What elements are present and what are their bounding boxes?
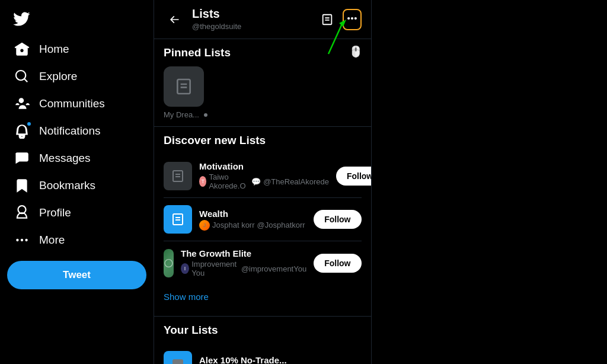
wealth-info: Wealth J Josphat korr @Josphatkorr <box>199 209 306 231</box>
list-thumb-icon <box>174 77 193 96</box>
new-list-icon <box>321 13 334 26</box>
sidebar-item-explore[interactable]: Explore <box>7 63 146 90</box>
wealth-name: Wealth <box>199 209 306 219</box>
list-item-wealth: Wealth J Josphat korr @Josphatkorr Follo… <box>164 198 362 241</box>
wealth-owner-handle: @Josphatkorr <box>257 221 305 229</box>
sidebar-item-notifications[interactable]: Notifications <box>7 117 146 145</box>
communities-label: Communities <box>39 97 105 110</box>
motivation-name: Motivation <box>199 161 329 171</box>
motivation-owner-handle: @TheRealAkorede <box>263 177 329 186</box>
pinned-lists-section: Pinned Lists My Drea... <box>154 39 371 127</box>
list-item-motivation: Motivation T Taiwo Akorede.O 💬 @TheRealA… <box>164 154 362 198</box>
twitter-logo[interactable] <box>7 5 36 33</box>
main-content: Lists @thegoldsuite � <box>154 0 372 364</box>
messages-icon <box>14 151 30 166</box>
header-actions <box>317 9 362 30</box>
motivation-owner-avatar: T <box>199 176 206 187</box>
growth-elite-owner-avatar: I <box>181 263 189 274</box>
sidebar-item-bookmarks[interactable]: Bookmarks <box>7 172 146 199</box>
more-options-button[interactable] <box>343 9 362 30</box>
page-subtitle: @thegoldsuite <box>192 22 241 31</box>
more-label: More <box>39 234 65 247</box>
wealth-thumb-icon <box>171 212 185 226</box>
speech-bubble-icon: 💬 <box>251 177 261 186</box>
wealth-owner: J Josphat korr @Josphatkorr <box>199 220 306 231</box>
your-list-name: Alex 10% No-Trade... <box>199 355 362 364</box>
header-left: Lists @thegoldsuite <box>164 7 241 31</box>
new-list-button[interactable] <box>317 9 338 30</box>
communities-icon <box>14 96 30 111</box>
more-options-icon <box>346 12 358 24</box>
growth-elite-info: The Growth Elite I Improvement You @impr… <box>181 248 306 277</box>
svg-point-3 <box>347 17 350 19</box>
sidebar-item-communities[interactable]: Communities <box>7 90 146 117</box>
growth-elite-owner: I Improvement You @improvementYou <box>181 260 306 277</box>
sidebar-item-messages[interactable]: Messages <box>7 145 146 172</box>
bookmarks-icon <box>14 178 30 193</box>
follow-button-growth-elite[interactable]: Follow <box>314 254 361 273</box>
motivation-owner-name: Taiwo Akorede.O <box>209 173 249 190</box>
explore-label: Explore <box>39 70 77 83</box>
show-more-link[interactable]: Show more <box>164 285 362 309</box>
svg-point-2 <box>25 239 27 241</box>
twitter-bird-icon <box>12 10 30 28</box>
right-panel <box>372 0 608 364</box>
pinned-list-name: My Drea... <box>164 110 199 119</box>
pinned-list-item[interactable]: My Drea... <box>164 66 217 119</box>
list-item-growth-elite: The Growth Elite I Improvement You @impr… <box>164 241 362 285</box>
sidebar-item-more[interactable]: More <box>7 226 146 254</box>
wealth-owner-avatar: J <box>199 220 210 231</box>
svg-point-5 <box>354 17 356 19</box>
page-title: Lists <box>192 7 241 21</box>
growth-elite-name: The Growth Elite <box>181 248 306 258</box>
your-list-icon <box>171 358 185 364</box>
more-icon <box>14 232 30 248</box>
sidebar: Home Explore Communities Notifications M… <box>0 0 154 364</box>
follow-button-wealth[interactable]: Follow <box>314 210 361 229</box>
notifications-badge <box>26 121 32 127</box>
your-lists-section: Your Lists Alex 10% No-Trade... 🔒 <box>154 317 371 364</box>
motivation-owner: T Taiwo Akorede.O 💬 @TheRealAkorede <box>199 173 329 190</box>
back-icon <box>168 14 180 25</box>
your-list-thumb <box>164 351 192 364</box>
home-label: Home <box>39 43 69 56</box>
your-list-info: Alex 10% No-Trade... 🔒 <box>199 355 362 364</box>
svg-point-1 <box>21 239 23 241</box>
profile-label: Profile <box>39 206 71 219</box>
page-header: Lists @thegoldsuite <box>154 0 371 39</box>
motivation-thumb-icon <box>171 169 185 183</box>
sidebar-item-home[interactable]: Home <box>7 36 146 63</box>
sidebar-item-profile[interactable]: Profile <box>7 199 146 226</box>
svg-point-0 <box>16 239 18 241</box>
messages-label: Messages <box>39 152 91 165</box>
follow-button-motivation[interactable]: Follow <box>336 167 372 186</box>
wealth-thumb <box>164 205 192 234</box>
content-area: Pinned Lists My Drea... Discover new Lis… <box>154 39 371 364</box>
growth-elite-thumb <box>164 249 174 277</box>
back-button[interactable] <box>164 9 185 30</box>
pinned-list-thumb <box>164 66 204 107</box>
growth-thumb-icon <box>164 256 174 270</box>
motivation-info: Motivation T Taiwo Akorede.O 💬 @TheRealA… <box>199 161 329 190</box>
your-lists-title: Your Lists <box>164 324 362 337</box>
header-title: Lists @thegoldsuite <box>192 7 241 31</box>
tweet-button[interactable]: Tweet <box>7 261 146 289</box>
discover-lists-title: Discover new Lists <box>164 134 362 147</box>
svg-point-4 <box>350 17 353 19</box>
your-lists-first-item: Alex 10% No-Trade... 🔒 <box>164 344 362 364</box>
growth-elite-owner-handle: @improvementYou <box>241 264 306 273</box>
growth-elite-thumb-inner <box>164 249 174 277</box>
discover-lists-section: Discover new Lists Motivation T Taiwo Ak… <box>154 127 371 317</box>
explore-icon <box>14 69 30 84</box>
home-icon <box>14 41 30 57</box>
profile-icon <box>14 205 30 221</box>
pinned-lists-title: Pinned Lists <box>164 46 362 59</box>
pinned-dot <box>204 113 207 117</box>
motivation-thumb <box>164 162 192 190</box>
growth-elite-owner-name: Improvement You <box>191 260 239 277</box>
wealth-owner-name: Josphat korr <box>212 221 255 229</box>
bookmarks-label: Bookmarks <box>39 179 95 192</box>
notifications-icon <box>14 123 30 139</box>
notifications-label: Notifications <box>39 124 101 138</box>
